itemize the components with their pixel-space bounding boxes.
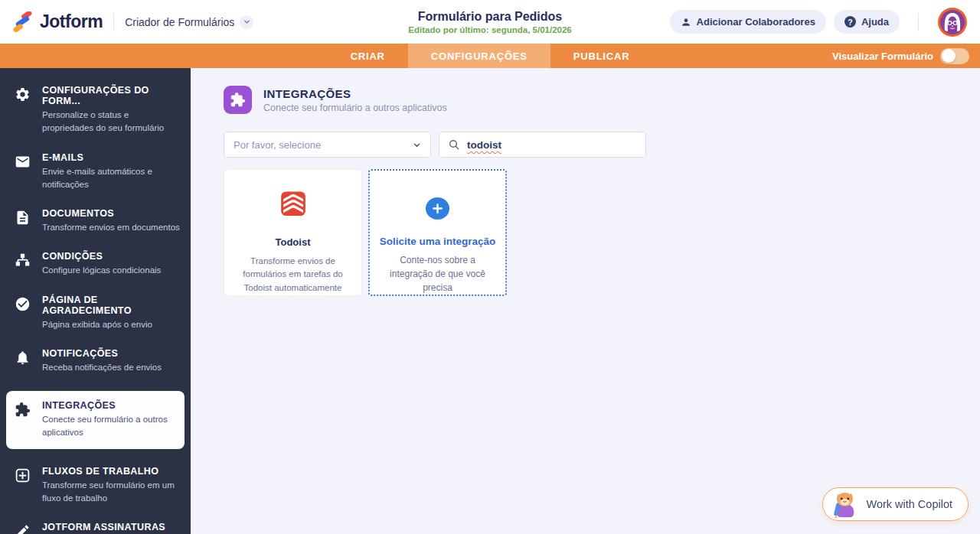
- copilot-cat-icon: [831, 490, 860, 519]
- signature-pen-icon: [15, 522, 32, 534]
- section-subtitle: Conecte seu formulário a outros aplicati…: [263, 103, 447, 113]
- category-select-placeholder: Por favor, selecione: [234, 139, 321, 151]
- sidebar-item-pagina-de-agradecimento[interactable]: PÁGINA DE AGRADECIMENTO Página exibida a…: [0, 295, 191, 331]
- preview-toggle[interactable]: [940, 48, 969, 64]
- integration-card-todoist[interactable]: Todoist Transforme envios de formulários…: [224, 169, 362, 296]
- sidebar-item-desc: Transforme envios em documentos: [42, 221, 180, 234]
- bell-icon: [15, 348, 32, 374]
- integration-card-desc: Transforme envios de formulários em tare…: [234, 255, 352, 295]
- plus-icon: [426, 197, 449, 220]
- envelope-icon: [15, 152, 32, 192]
- sidebar-item-condicoes[interactable]: CONDIÇÕES Configure lógicas condicionais: [0, 251, 191, 277]
- jotform-logo-icon: [12, 11, 33, 32]
- user-avatar[interactable]: [937, 7, 968, 37]
- sidebar-item-desc: Página exibida após o envio: [42, 318, 181, 331]
- tab-configuracoes[interactable]: CONFIGURAÇÕES: [408, 44, 550, 68]
- sidebar-item-jotform-assinaturas[interactable]: JOTFORM ASSINATURAS Potencialize seus fo…: [0, 522, 191, 534]
- header-divider: [113, 13, 114, 31]
- sidebar-item-title: DOCUMENTOS: [42, 208, 180, 219]
- category-select[interactable]: Por favor, selecione: [224, 132, 431, 158]
- search-input-value: todoist: [467, 139, 501, 151]
- product-switcher-label: Criador de Formulários: [125, 16, 234, 28]
- jotform-logo[interactable]: Jotform: [12, 11, 103, 32]
- sidebar-item-title: NOTIFICAÇÕES: [42, 348, 162, 359]
- sidebar-item-fluxos-de-trabalho[interactable]: FLUXOS DE TRABALHO Transforme seu formul…: [0, 466, 191, 506]
- sidebar-item-title: CONFIGURAÇÕES DO FORM...: [42, 85, 181, 106]
- sidebar-item-documentos[interactable]: DOCUMENTOS Transforme envios em document…: [0, 208, 191, 234]
- sidebar-item-title: PÁGINA DE AGRADECIMENTO: [42, 295, 181, 316]
- add-collaborators-button[interactable]: Adicionar Colaboradores: [670, 10, 826, 34]
- sidebar-item-configuracoes-do-formulario[interactable]: CONFIGURAÇÕES DO FORM... Personalize o s…: [0, 85, 191, 135]
- sidebar-item-desc: Conecte seu formulário a outros aplicati…: [42, 413, 177, 440]
- question-mark-icon: ?: [844, 16, 856, 28]
- check-circle-icon: [15, 295, 32, 331]
- request-integration-card[interactable]: Solicite uma integração Conte-nos sobre …: [368, 169, 507, 296]
- copilot-button-label: Work with Copilot: [866, 498, 952, 510]
- request-integration-desc: Conte-nos sobre a integração de que você…: [379, 253, 496, 295]
- copilot-button[interactable]: Work with Copilot: [822, 487, 969, 521]
- last-edited-status: Editado por último: segunda, 5/01/2026: [408, 25, 571, 34]
- brand-wordmark: Jotform: [40, 11, 103, 32]
- puzzle-icon: [15, 400, 32, 440]
- header-divider: [918, 13, 919, 31]
- integrations-puzzle-icon: [224, 86, 252, 114]
- sidebar-item-desc: Envie e-mails automáticos e notificações: [42, 165, 181, 192]
- toggle-knob: [942, 49, 956, 63]
- sidebar-item-title: JOTFORM ASSINATURAS: [42, 522, 176, 532]
- sidebar-item-notificacoes[interactable]: NOTIFICAÇÕES Receba notificações de envi…: [0, 348, 191, 374]
- document-icon: [15, 208, 32, 234]
- app-header: Jotform Criador de Formulários Formulári…: [0, 0, 980, 44]
- integration-card-title: Todoist: [276, 236, 311, 248]
- page-title: Formulário para Pedidos: [418, 10, 562, 24]
- request-integration-title: Solicite uma integração: [380, 236, 496, 247]
- sidebar-item-desc: Transforme seu formulário em um fluxo de…: [42, 479, 181, 506]
- add-collaborators-label: Adicionar Colaboradores: [697, 16, 815, 28]
- product-switcher[interactable]: Criador de Formulários: [125, 15, 253, 29]
- workflow-icon: [15, 466, 32, 506]
- help-button[interactable]: ? Ajuda: [834, 10, 900, 34]
- sidebar-item-emails[interactable]: E-MAILS Envie e-mails automáticos e noti…: [0, 152, 191, 192]
- tab-publicar[interactable]: PUBLICAR: [550, 44, 653, 68]
- settings-sidebar: CONFIGURAÇÕES DO FORM... Personalize o s…: [0, 68, 191, 534]
- integration-search-input[interactable]: todoist: [439, 132, 646, 158]
- sidebar-item-title: E-MAILS: [42, 152, 181, 163]
- tab-criar[interactable]: CRIAR: [328, 44, 408, 68]
- sidebar-item-desc: Receba notificações de envios: [42, 361, 162, 374]
- sidebar-item-title: CONDIÇÕES: [42, 251, 161, 262]
- todoist-logo-icon: [275, 190, 312, 217]
- sidebar-item-title: INTEGRAÇÕES: [42, 400, 177, 411]
- sidebar-item-desc: Configure lógicas condicionais: [42, 264, 161, 277]
- avatar-image: [937, 7, 968, 37]
- preview-toggle-label: Visualizar Formulário: [832, 50, 933, 62]
- chevron-down-icon: [240, 15, 253, 29]
- chevron-down-icon: [413, 141, 421, 149]
- person-icon: [681, 17, 691, 28]
- help-label: Ajuda: [861, 16, 889, 28]
- sidebar-item-integracoes[interactable]: INTEGRAÇÕES Conecte seu formulário a out…: [6, 391, 185, 449]
- section-title: INTEGRAÇÕES: [263, 87, 447, 100]
- gear-icon: [15, 85, 32, 135]
- conditions-icon: [15, 251, 32, 277]
- sidebar-item-title: FLUXOS DE TRABALHO: [42, 466, 181, 477]
- search-icon: [448, 138, 460, 151]
- sidebar-item-desc: Personalize o status e propriedades do s…: [42, 109, 181, 135]
- mode-tabbar: CRIAR CONFIGURAÇÕES PUBLICAR Visualizar …: [0, 44, 980, 68]
- integrations-panel: INTEGRAÇÕES Conecte seu formulário a out…: [191, 68, 980, 534]
